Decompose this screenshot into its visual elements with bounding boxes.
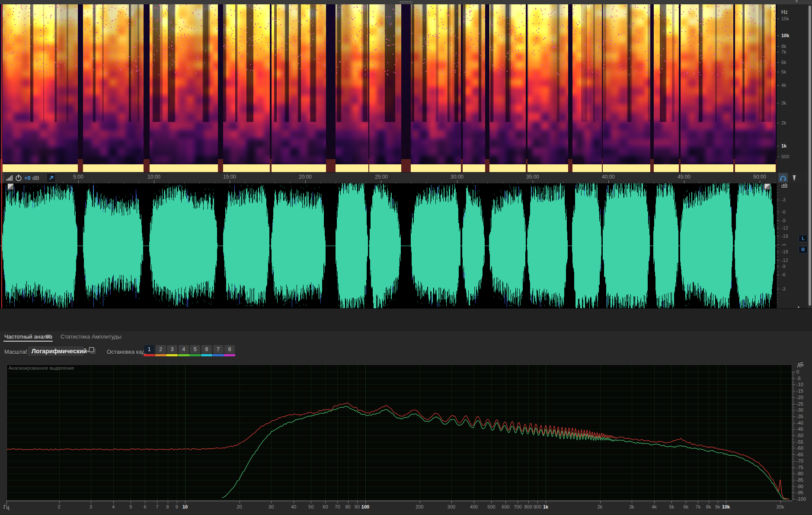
selection-handle-right[interactable] xyxy=(764,183,770,190)
frame-color-bar xyxy=(144,354,155,356)
tab-menu-icon[interactable] xyxy=(46,334,51,339)
y-tick-label: -20 xyxy=(796,395,803,400)
y-minor-tick xyxy=(792,387,794,387)
y-minor-tick xyxy=(792,414,794,414)
headphones-icon xyxy=(780,175,786,181)
plot-overlay-label: Анализированное выделение xyxy=(9,365,74,371)
frame-hold-button-3[interactable]: 3 xyxy=(167,345,177,354)
y-minor-tick xyxy=(792,462,794,463)
frame-hold-button-2[interactable]: 2 xyxy=(156,345,166,354)
tab-frequency-analysis[interactable]: Частотный анализ xyxy=(4,333,52,340)
y-minor-tick xyxy=(792,381,794,381)
x-tick-label: 5k xyxy=(669,504,675,509)
hz-tick-label: 7k xyxy=(781,49,786,54)
y-minor-tick xyxy=(792,420,794,421)
monitor-headphones-button[interactable] xyxy=(778,173,788,182)
frame-hold-button-4[interactable]: 4 xyxy=(179,345,189,354)
scale-dropdown[interactable]: Логарифмический ▾ xyxy=(27,345,84,357)
hz-tick xyxy=(777,62,779,63)
timeline-ruler[interactable]: 5:0010:0015:0020:0025:0030:0035:0040:004… xyxy=(0,172,777,184)
hz-tick-label: 3k xyxy=(781,100,786,106)
db-minor-tick xyxy=(777,205,778,205)
levels-icon[interactable] xyxy=(6,175,13,181)
y-minor-tick xyxy=(792,419,794,419)
y-minor-tick xyxy=(792,464,794,464)
db-minor-tick xyxy=(777,214,778,214)
timeline-label: 20:00 xyxy=(299,174,312,180)
db-minor-tick xyxy=(777,287,778,288)
y-minor-tick xyxy=(792,460,794,460)
playhead[interactable] xyxy=(1,4,2,308)
db-minor-tick xyxy=(777,226,778,227)
x-tick xyxy=(59,501,60,503)
timeline-label: 10:00 xyxy=(147,174,160,180)
x-tick xyxy=(654,501,655,503)
x-tick-label: 3k xyxy=(629,504,634,509)
db-tick-label: -18 xyxy=(781,249,788,254)
db-minor-tick xyxy=(777,281,778,281)
db-minor-tick xyxy=(777,272,778,272)
x-tick xyxy=(718,501,718,503)
y-minor-tick xyxy=(792,409,794,409)
db-tick xyxy=(777,236,779,237)
db-minor-tick xyxy=(777,220,778,221)
y-minor-tick xyxy=(792,376,794,376)
tab-amplitude-statistics[interactable]: Статистика Амплитуды xyxy=(61,333,121,340)
db-minor-tick xyxy=(777,296,778,297)
y-tick xyxy=(792,493,795,493)
x-tick-label: 9 xyxy=(176,504,178,509)
hz-tick-label: 2k xyxy=(781,120,786,125)
copy-frames-button[interactable] xyxy=(88,346,96,354)
vertical-scrollbar[interactable] xyxy=(808,4,812,308)
y-minor-tick xyxy=(792,396,794,397)
y-tick-label: -60 xyxy=(796,445,803,451)
hz-tick-label: 1k xyxy=(781,143,786,148)
transport-bar: 0:00.000 xyxy=(0,308,812,332)
frame-hold-button-6[interactable]: 6 xyxy=(201,345,212,354)
waveform-display[interactable] xyxy=(0,183,777,308)
x-tick-label: 300 xyxy=(448,504,455,509)
power-monitor-icon[interactable] xyxy=(15,174,22,182)
y-minor-tick xyxy=(792,489,794,489)
spectrogram-display[interactable] xyxy=(0,4,777,172)
frame-hold-button-8[interactable]: 8 xyxy=(224,345,235,354)
db-tick xyxy=(777,289,779,289)
db-tick-label: -∞ xyxy=(781,242,786,247)
y-minor-tick xyxy=(792,465,794,465)
selection-handle-left[interactable] xyxy=(7,183,14,190)
frame-hold-button-1[interactable]: 1 xyxy=(144,345,154,354)
x-tick-label: 2k xyxy=(598,504,603,509)
frame-color-bar xyxy=(201,354,212,356)
db-tick xyxy=(777,212,779,212)
hz-tick xyxy=(777,52,779,52)
chevron-down-icon[interactable]: ▾ xyxy=(796,0,798,3)
x-tick-label: 1k xyxy=(543,504,548,509)
db-tick-label: -18 xyxy=(781,234,788,239)
y-tick-label: -100 xyxy=(796,496,806,502)
move-tool-button[interactable] xyxy=(46,173,56,182)
db-tick xyxy=(777,200,779,200)
scrollbar-thumb[interactable] xyxy=(809,6,811,306)
pin-button[interactable] xyxy=(790,173,799,182)
y-minor-tick xyxy=(792,491,794,492)
channel-badge-l[interactable]: L xyxy=(799,235,808,242)
y-tick xyxy=(792,473,795,474)
panel-grip-icon[interactable] xyxy=(400,1,412,3)
x-tick xyxy=(632,501,632,503)
x-tick xyxy=(311,501,311,503)
frame-hold-button-7[interactable]: 7 xyxy=(213,345,224,354)
x-tick-label: 9k xyxy=(715,504,720,509)
y-minor-tick xyxy=(792,403,794,403)
y-minor-tick xyxy=(792,483,794,483)
frame-hold-button-5[interactable]: 5 xyxy=(190,345,200,354)
x-tick xyxy=(698,501,698,503)
channel-badge-r[interactable]: R xyxy=(799,246,808,253)
y-minor-tick xyxy=(792,447,794,447)
gain-offset-value[interactable]: +0 xyxy=(24,175,31,181)
db-minor-tick xyxy=(777,253,778,254)
db-minor-tick xyxy=(777,229,778,230)
x-tick xyxy=(600,501,601,503)
y-minor-tick xyxy=(792,498,794,498)
y-minor-tick xyxy=(792,441,794,441)
frequency-plot-canvas[interactable] xyxy=(6,365,792,501)
